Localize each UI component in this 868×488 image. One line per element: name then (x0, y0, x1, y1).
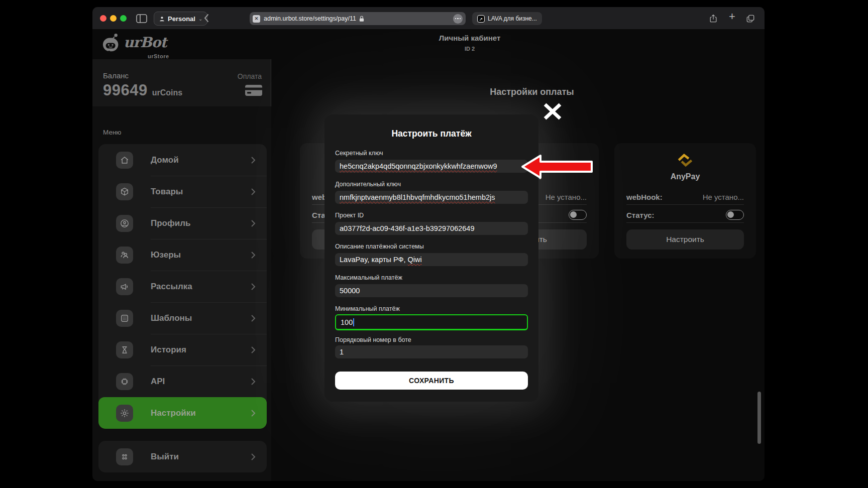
balance-currency: urCoins (152, 88, 182, 97)
back-button[interactable] (203, 13, 209, 23)
users-icon (116, 247, 133, 264)
url-text: admin.urbot.store/settings/pay/11 (264, 15, 356, 22)
menu-label: Меню (103, 129, 122, 136)
payment-settings-title: Настройки оплаты (457, 87, 607, 97)
menu-logout-card: Выйти (98, 441, 267, 472)
additional-key-label: Дополнительный ключ (335, 181, 401, 188)
chip-icon (116, 373, 133, 390)
person-icon (159, 16, 165, 22)
sidebar: Меню Домой Товары Профиль (92, 106, 271, 481)
menu: Домой Товары Профиль (98, 144, 267, 429)
secret-key-input[interactable]: he5cnq2akp4qd5qonnqzbjxonkykkwhfzaenwow9 (335, 160, 528, 173)
max-payment-input[interactable]: 50000 (335, 284, 528, 297)
scrollbar-thumb[interactable] (757, 392, 761, 444)
menu-item-broadcast[interactable]: Рассылка (98, 271, 267, 302)
background-tab[interactable]: ↗ LAVA для бизне... (472, 12, 542, 25)
close-modal-icon[interactable] (542, 103, 563, 120)
chevron-right-icon (251, 346, 256, 354)
description-label: Описание платёжной системы (335, 243, 424, 250)
configure-button[interactable]: Настроить (626, 229, 744, 250)
save-button[interactable]: СОХРАНИТЬ (335, 372, 528, 390)
chevron-down-icon: ⌄ (198, 16, 202, 22)
secret-key-label: Секретный ключ (335, 150, 383, 157)
package-icon (116, 183, 133, 200)
home-icon (116, 152, 133, 169)
account-id: ID 2 (387, 46, 553, 52)
text-caret (353, 318, 354, 326)
share-icon[interactable] (708, 14, 718, 24)
app-header: urBot urStore Личный кабинет ID 2 (92, 29, 765, 60)
chevron-right-icon (251, 188, 256, 196)
menu-item-home[interactable]: Домой (98, 144, 267, 176)
chevron-right-icon (251, 409, 256, 417)
additional-key-input[interactable]: nmfkjnptvaenmyb8l1hbvqfmhdkycmo51hemb2js (335, 191, 528, 204)
menu-item-logout[interactable]: Выйти (98, 441, 267, 472)
browser-toolbar: Personal ⌄ ✕ admin.urbot.store/settings/… (92, 7, 765, 30)
tab-title: LAVA для бизне... (488, 15, 537, 22)
balance-label: Баланс (103, 71, 129, 80)
max-payment-label: Максимальный платёж (335, 274, 402, 281)
balance-panel: Баланс 99649 urCoins Оплата (92, 59, 271, 106)
order-number-label: Порядковый номер в боте (335, 336, 411, 343)
menu-item-history[interactable]: История (98, 334, 267, 365)
close-window-button[interactable] (100, 15, 106, 22)
menu-item-products[interactable]: Товары (98, 176, 267, 207)
chevron-right-icon (251, 453, 256, 461)
modal-title: Настроить платёж (324, 129, 538, 139)
dots-icon (116, 448, 133, 465)
menu-item-templates[interactable]: Шаблоны (98, 302, 267, 334)
annotation-arrow-icon (519, 153, 595, 181)
menu-item-settings[interactable]: Настройки (98, 397, 267, 429)
sidebar-toggle-icon[interactable] (136, 14, 148, 24)
menu-item-api[interactable]: API (98, 365, 267, 397)
description-input[interactable]: LavaPay, карты РФ, Qiwi (335, 253, 528, 266)
logo-title: urBot (124, 33, 166, 53)
payment-label: Оплата (238, 72, 262, 80)
stop-loading-icon[interactable]: ✕ (253, 15, 260, 23)
status-toggle[interactable] (569, 210, 587, 220)
chevron-right-icon (251, 378, 256, 386)
url-more-button[interactable] (453, 14, 463, 24)
order-number-input[interactable]: 1 (335, 345, 528, 358)
credit-card-icon[interactable] (245, 83, 263, 97)
min-payment-label: Минимальный платёж (335, 305, 400, 312)
anypay-logo-icon (614, 151, 756, 169)
tab-overview-button[interactable] (745, 14, 755, 24)
screenshot-stage: Personal ⌄ ✕ admin.urbot.store/settings/… (0, 0, 868, 488)
status-toggle[interactable] (726, 210, 744, 220)
chevron-right-icon (251, 314, 256, 322)
templates-grid-icon (116, 310, 133, 327)
hourglass-icon (116, 341, 133, 358)
megaphone-icon (116, 278, 133, 295)
profile-menu-button[interactable]: Personal ⌄ (154, 12, 207, 26)
chevron-right-icon (251, 156, 256, 164)
chevron-right-icon (251, 251, 256, 259)
logo-subtitle: urStore (148, 53, 169, 59)
menu-item-users[interactable]: Юзеры (98, 239, 267, 271)
app-logo[interactable]: urBot urStore (101, 33, 166, 54)
profile-icon (116, 215, 133, 232)
browser-window: Personal ⌄ ✕ admin.urbot.store/settings/… (92, 7, 765, 481)
menu-item-profile[interactable]: Профиль (98, 207, 267, 239)
lock-icon (359, 15, 365, 23)
balance-value: 99649 (103, 81, 148, 99)
url-bar[interactable]: ✕ admin.urbot.store/settings/pay/11 (250, 12, 466, 25)
minimize-window-button[interactable] (110, 15, 117, 22)
robot-logo-icon (101, 33, 123, 54)
profile-label: Personal (168, 15, 195, 23)
gear-icon (116, 405, 133, 422)
zoom-window-button[interactable] (120, 15, 127, 22)
account-title: Личный кабинет (387, 34, 553, 42)
project-id-input[interactable]: a0377f2d-ac09-436f-a1e3-b39297062649 (335, 222, 528, 235)
project-id-label: Проект ID (335, 212, 364, 219)
min-payment-input[interactable]: 100 (335, 314, 528, 330)
chevron-right-icon (251, 283, 256, 291)
external-link-icon: ↗ (477, 15, 485, 23)
payment-card-anypay: AnyPay webHook: Не устано... Статус: Нас… (614, 143, 756, 259)
chevron-right-icon (251, 219, 256, 227)
new-tab-button[interactable]: + (729, 10, 735, 23)
configure-payment-modal: Настроить платёж Секретный ключ he5cnq2a… (324, 114, 538, 402)
